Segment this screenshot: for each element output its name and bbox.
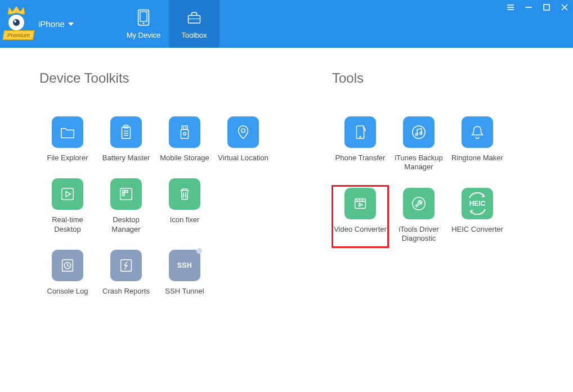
menu-button[interactable] bbox=[505, 2, 516, 12]
clipboard-icon bbox=[110, 116, 142, 148]
tool-label: File Explorer bbox=[47, 154, 88, 163]
tool-label: SSH Tunnel bbox=[165, 287, 204, 296]
tool-label: Virtual Location bbox=[218, 154, 268, 163]
wrench-circle-icon bbox=[403, 188, 435, 219]
svg-rect-23 bbox=[62, 188, 74, 200]
tool-console-log[interactable]: Console Log bbox=[39, 247, 96, 300]
ssh-icon: SSH bbox=[169, 250, 200, 281]
tool-label: Ringtone Maker bbox=[451, 154, 503, 163]
device-toolkits-title: Device Toolkits bbox=[39, 70, 276, 86]
tool-heic-converter[interactable]: HEIC HEIC Converter bbox=[449, 186, 505, 248]
tool-video-converter[interactable]: Video Converter bbox=[332, 186, 388, 248]
tool-itunes-backup-manager[interactable]: iTunes Backup Manager bbox=[391, 114, 447, 177]
tool-label: Real-time Desktop bbox=[41, 215, 95, 234]
premium-badge: Premium bbox=[3, 30, 35, 40]
tools-column: Tools Phone Transfer iTunes Backup Manag… bbox=[332, 70, 523, 300]
tool-file-explorer[interactable]: File Explorer bbox=[39, 114, 96, 167]
svg-rect-9 bbox=[544, 4, 549, 10]
device-toolkits-column: Device Toolkits File Explorer Battery Ma… bbox=[39, 70, 276, 300]
close-icon bbox=[560, 3, 569, 12]
svg-point-21 bbox=[183, 132, 186, 135]
maximize-button[interactable] bbox=[541, 2, 552, 12]
svg-point-38 bbox=[413, 126, 426, 139]
play-icon bbox=[52, 178, 83, 210]
tool-ringtone-maker[interactable]: Ringtone Maker bbox=[449, 114, 505, 177]
svg-marker-42 bbox=[359, 203, 362, 206]
location-icon bbox=[227, 116, 259, 148]
music-disc-icon bbox=[403, 116, 435, 148]
tab-my-device[interactable]: My Device bbox=[118, 0, 169, 48]
tool-label: iTools Driver Diagnostic bbox=[392, 225, 446, 244]
svg-point-40 bbox=[420, 132, 422, 134]
main-content: Device Toolkits File Explorer Battery Ma… bbox=[0, 48, 573, 300]
svg-rect-27 bbox=[126, 191, 128, 193]
tool-virtual-location[interactable]: Virtual Location bbox=[215, 114, 271, 167]
apps-grid-icon bbox=[110, 178, 142, 210]
clock-file-icon bbox=[52, 250, 83, 281]
tool-label: Phone Transfer bbox=[335, 154, 386, 163]
tab-my-device-label: My Device bbox=[127, 31, 161, 39]
tool-battery-master[interactable]: Battery Master bbox=[98, 114, 154, 167]
tool-label: Icon fixer bbox=[170, 215, 200, 224]
tool-label: iTunes Backup Manager bbox=[392, 154, 446, 172]
svg-point-22 bbox=[241, 129, 245, 133]
logo-area: Premium iPhone bbox=[0, 0, 118, 48]
maximize-icon bbox=[542, 3, 551, 12]
heic-icon: HEIC bbox=[462, 188, 493, 219]
tool-label: HEIC Converter bbox=[451, 225, 503, 234]
app-logo: Premium bbox=[5, 7, 35, 41]
tool-phone-transfer[interactable]: Phone Transfer bbox=[332, 114, 388, 177]
minimize-button[interactable] bbox=[523, 2, 534, 12]
tool-label: Crash Reports bbox=[102, 287, 150, 296]
bell-icon bbox=[462, 116, 493, 148]
phone-sync-icon bbox=[344, 116, 376, 148]
tool-label: Battery Master bbox=[102, 154, 150, 163]
svg-point-2 bbox=[143, 22, 145, 24]
window-controls bbox=[505, 2, 570, 12]
tablet-icon bbox=[135, 8, 152, 28]
app-header: Premium iPhone My Device Toolbox bbox=[0, 0, 573, 48]
device-toolkits-grid: File Explorer Battery Master Mobile Stor… bbox=[39, 114, 276, 300]
folder-icon bbox=[52, 116, 83, 148]
tool-ssh-tunnel[interactable]: SSH SSH Tunnel bbox=[156, 247, 213, 300]
heic-text: HEIC bbox=[469, 200, 486, 208]
chevron-down-icon bbox=[68, 22, 74, 26]
svg-rect-1 bbox=[140, 12, 147, 21]
tool-itools-driver-diagnostic[interactable]: iTools Driver Diagnostic bbox=[391, 186, 447, 248]
nav-tabs: My Device Toolbox bbox=[118, 0, 220, 48]
svg-rect-3 bbox=[189, 16, 200, 24]
svg-rect-26 bbox=[122, 191, 124, 193]
tool-label: Desktop Manager bbox=[99, 215, 153, 234]
eye-icon bbox=[7, 13, 26, 32]
device-name: iPhone bbox=[38, 19, 65, 29]
tool-label: Video Converter bbox=[334, 225, 387, 234]
tool-realtime-desktop[interactable]: Real-time Desktop bbox=[39, 176, 96, 238]
lightning-file-icon bbox=[110, 250, 142, 281]
tool-desktop-manager[interactable]: Desktop Manager bbox=[98, 176, 154, 238]
tools-title: Tools bbox=[332, 70, 523, 86]
svg-rect-17 bbox=[182, 126, 187, 130]
usb-icon bbox=[169, 116, 200, 148]
tool-crash-reports[interactable]: Crash Reports bbox=[98, 247, 154, 300]
tool-mobile-storage[interactable]: Mobile Storage bbox=[156, 114, 213, 167]
svg-marker-24 bbox=[66, 192, 70, 197]
toolbox-icon bbox=[186, 8, 203, 28]
trash-icon bbox=[169, 178, 200, 210]
svg-line-34 bbox=[68, 265, 69, 267]
tool-label: Mobile Storage bbox=[160, 154, 209, 163]
tab-toolbox[interactable]: Toolbox bbox=[169, 0, 220, 48]
clapperboard-icon bbox=[344, 188, 376, 219]
svg-rect-28 bbox=[122, 193, 124, 196]
svg-rect-18 bbox=[181, 129, 188, 138]
close-button[interactable] bbox=[559, 2, 570, 12]
device-selector[interactable]: iPhone bbox=[38, 19, 74, 29]
status-dot-icon bbox=[196, 248, 202, 254]
tools-grid: Phone Transfer iTunes Backup Manager Rin… bbox=[332, 114, 523, 247]
svg-point-39 bbox=[415, 133, 418, 136]
svg-point-37 bbox=[360, 137, 361, 138]
minimize-icon bbox=[524, 3, 533, 12]
tool-icon-fixer[interactable]: Icon fixer bbox=[156, 176, 213, 238]
ssh-text: SSH bbox=[177, 262, 192, 269]
svg-rect-12 bbox=[122, 127, 131, 139]
grid-spacer bbox=[215, 176, 271, 238]
